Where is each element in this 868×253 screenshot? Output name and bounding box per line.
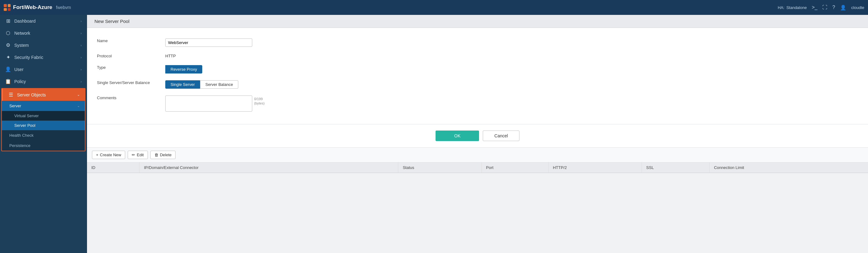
sidebar-item-label: Security Fabric [14,55,43,60]
chevron-icon: › [81,19,82,23]
sidebar-item-dashboard[interactable]: ⊞ Dashboard › [0,15,87,27]
col-port: Port [482,162,548,173]
virtual-server-item[interactable]: Virtual Server [2,111,85,120]
dashboard-icon: ⊞ [5,18,11,24]
protocol-row: Protocol HTTP [97,52,858,58]
form-panel: Name Protocol HTTP Type Reverse Proxy [87,28,868,124]
page-title: New Server Pool [94,19,129,24]
comments-group: 0/199 (bytes) [165,96,858,112]
sidebar-item-health-check[interactable]: Health Check [2,130,85,140]
sidebar-item-label: Server Objects [17,93,46,97]
sidebar-item-user[interactable]: 👤 User › [0,63,87,75]
plus-icon: + [96,152,98,157]
cancel-button[interactable]: Cancel [483,131,520,141]
user-avatar[interactable]: 👤 [840,5,846,10]
chevron-icon: › [81,43,82,47]
form-actions: OK Cancel [87,124,868,148]
byte-info: 0/199 (bytes) [254,96,265,106]
edit-button[interactable]: ✏ Edit [128,151,148,159]
app-name: FortiWeb-Azure [13,4,52,10]
col-http2: HTTP/2 [548,162,642,173]
chevron-down-icon: ⌄ [77,104,80,108]
sidebar-item-label: Policy [14,79,26,84]
health-check-label: Health Check [9,133,34,138]
ha-label: HA: [778,5,784,10]
single-server-button[interactable]: Single Server [165,80,200,89]
cli-icon[interactable]: >_ [812,5,817,10]
col-id: ID [87,162,140,173]
virtual-server-label: Virtual Server [14,113,39,118]
sidebar-item-label: Network [14,31,30,36]
ok-button[interactable]: OK [436,131,479,141]
type-reverse-proxy-button[interactable]: Reverse Proxy [165,65,202,73]
sidebar-item-network[interactable]: ⬡ Network › [0,27,87,39]
edit-icon: ✏ [132,152,135,157]
server-pool-table: ID IP/Domain/External Connector Status P… [87,162,868,173]
col-status: Status [398,162,482,173]
chevron-icon: › [81,31,82,35]
col-ip-domain: IP/Domain/External Connector [140,162,398,173]
col-connection-limit: Connection Limit [710,162,868,173]
trash-icon: 🗑 [154,152,158,157]
server-pool-item[interactable]: Server Pool [2,120,85,130]
network-icon: ⬡ [5,30,11,36]
table-header-row: ID IP/Domain/External Connector Status P… [87,162,868,173]
server-pool-label: Server Pool [14,123,35,128]
edit-label: Edit [137,152,144,157]
balance-button-group: Single Server Server Balance [165,80,858,89]
balance-label: Single Server/Server Balance [97,78,165,85]
policy-icon: 📋 [5,78,11,84]
balance-row: Single Server/Server Balance Single Serv… [97,78,858,89]
user-icon: 👤 [5,66,11,72]
user-name: cloudte [851,5,864,10]
comments-input[interactable] [165,96,252,112]
server-balance-button[interactable]: Server Balance [200,80,238,89]
protocol-label: Protocol [97,52,165,58]
server-label: Server [9,104,21,108]
type-button-group: Reverse Proxy [165,65,858,73]
delete-label: Delete [160,152,172,157]
type-label: Type [97,63,165,70]
health-check-item-wrapper: Health Check Persistence [2,130,85,151]
chevron-icon: ⌄ [77,93,80,97]
name-label: Name [97,37,165,43]
security-fabric-icon: ✦ [5,54,11,60]
main-content: New Server Pool Name Protocol HTTP Type [87,15,868,253]
persistence-label: Persistence [9,143,30,148]
sidebar: ⊞ Dashboard › ⬡ Network › ⚙ System › ✦ S… [0,15,87,253]
sidebar-item-system[interactable]: ⚙ System › [0,39,87,51]
protocol-value: HTTP [165,52,858,58]
fullscreen-icon[interactable]: ⛶ [822,5,827,10]
sidebar-item-label: User [14,67,24,72]
page-header: New Server Pool [87,15,868,28]
table-toolbar: + Create New ✏ Edit 🗑 Delete [87,148,868,162]
system-icon: ⚙ [5,42,11,48]
name-row: Name [97,37,858,47]
create-new-button[interactable]: + Create New [92,151,125,159]
comments-label: Comments [97,94,165,100]
help-icon[interactable]: ? [832,5,835,10]
col-ssl: SSL [642,162,710,173]
create-new-label: Create New [100,152,121,157]
sidebar-item-persistence[interactable]: Persistence [2,140,85,151]
sidebar-item-label: Dashboard [14,19,36,24]
ha-info: HA: Standalone [778,5,806,10]
server-submenu: Server ⌄ Virtual Server Server Pool [2,101,85,130]
sidebar-item-server[interactable]: Server ⌄ [2,101,85,111]
logo-icon [4,4,10,11]
hostname: fwebvm [56,5,71,10]
chevron-icon: › [81,56,82,59]
delete-button[interactable]: 🗑 Delete [150,151,176,159]
app-logo[interactable]: FortiWeb-Azure fwebvm [4,4,71,11]
sidebar-item-label: System [14,43,29,48]
chevron-icon: › [81,80,82,83]
sidebar-item-security-fabric[interactable]: ✦ Security Fabric › [0,51,87,63]
name-input[interactable] [165,38,252,47]
ha-value: Standalone [786,5,807,10]
server-objects-icon: ☰ [8,92,14,98]
sidebar-item-policy[interactable]: 📋 Policy › [0,75,87,87]
topbar-right: HA: Standalone >_ ⛶ ? 👤 cloudte [778,5,864,10]
sidebar-item-server-objects[interactable]: ☰ Server Objects ⌄ [2,89,85,101]
topbar: FortiWeb-Azure fwebvm HA: Standalone >_ … [0,0,868,15]
comments-row: Comments 0/199 (bytes) [97,94,858,112]
